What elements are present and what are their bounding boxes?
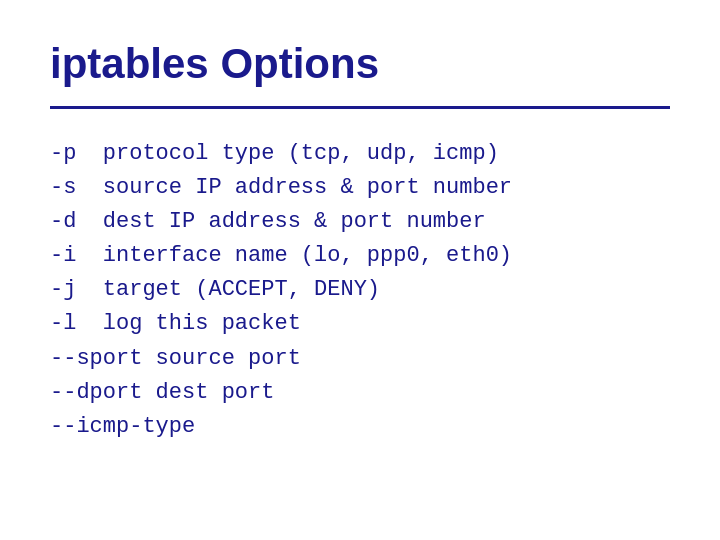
slide-title: iptables Options bbox=[50, 40, 670, 88]
content-line: -d dest IP address & port number bbox=[50, 205, 670, 239]
slide: iptables Options -p protocol type (tcp, … bbox=[0, 0, 720, 540]
content-block: -p protocol type (tcp, udp, icmp)-s sour… bbox=[50, 137, 670, 444]
content-line: -s source IP address & port number bbox=[50, 171, 670, 205]
content-line: -i interface name (lo, ppp0, eth0) bbox=[50, 239, 670, 273]
content-line: -l log this packet bbox=[50, 307, 670, 341]
content-line: -j target (ACCEPT, DENY) bbox=[50, 273, 670, 307]
content-line: --sport source port bbox=[50, 342, 670, 376]
content-line: --dport dest port bbox=[50, 376, 670, 410]
title-divider bbox=[50, 106, 670, 109]
content-line: -p protocol type (tcp, udp, icmp) bbox=[50, 137, 670, 171]
content-line: --icmp-type bbox=[50, 410, 670, 444]
